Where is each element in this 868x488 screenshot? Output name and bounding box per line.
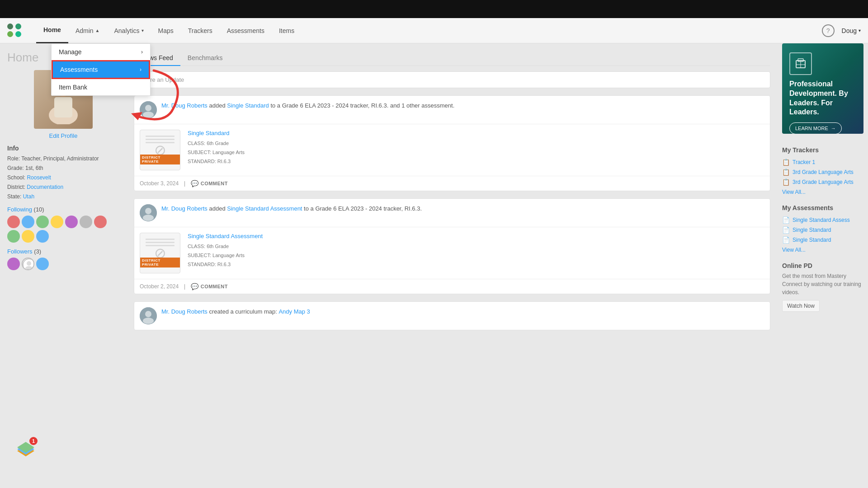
following-avatar-6[interactable] [80, 216, 92, 228]
watch-now-button[interactable]: Watch Now [782, 300, 820, 312]
feed-item-3-header: Mr. Doug Roberts created a curriculum ma… [140, 307, 764, 324]
card-class-2: CLASS: 6th Grade [188, 242, 764, 251]
following-link[interactable]: Following [7, 206, 32, 213]
district-link[interactable]: Documentation [27, 184, 63, 190]
role-row: Role: Teacher, Principal, Administrator [7, 155, 119, 163]
feed-item-2-assess-link[interactable]: Single Standard Assessment [227, 205, 302, 212]
assessment-meta-2: CLASS: 6th Grade SUBJECT: Language Arts … [188, 242, 764, 269]
user-name-label: Doug [842, 27, 857, 34]
doc-lines-2 [146, 239, 175, 248]
svg-point-12 [143, 215, 154, 221]
grade-value: 1st, 6th [25, 165, 43, 171]
school-row: School: Roosevelt [7, 174, 119, 182]
followers-link[interactable]: Followers [7, 248, 33, 255]
edit-profile-link[interactable]: Edit Profile [7, 132, 119, 139]
admin-caret-icon: ▲ [95, 28, 100, 33]
manage-label: Manage [59, 48, 82, 56]
logo-dot-1 [7, 23, 13, 29]
assessment-label-3: Single Standard [793, 237, 831, 243]
follower-avatar-3[interactable] [36, 258, 49, 270]
doc-line [146, 139, 175, 140]
doc-line [146, 239, 175, 240]
feed-item-1-assess-link[interactable]: Single Standard [227, 102, 269, 109]
following-avatar-9[interactable] [22, 230, 34, 243]
doc-line [146, 245, 175, 246]
nav-analytics[interactable]: Analytics ▾ [107, 18, 151, 43]
dropdown-manage[interactable]: Manage › [52, 44, 150, 60]
notification-stack-icon[interactable]: 1 [14, 436, 38, 461]
nav-trackers[interactable]: Trackers [181, 18, 220, 43]
tab-benchmarks[interactable]: Benchmarks [180, 51, 230, 66]
following-avatar-10[interactable] [36, 230, 49, 243]
following-avatar-8[interactable] [7, 230, 20, 243]
nav-home[interactable]: Home [36, 18, 68, 43]
card-standard-2: STANDARD: RI.6.3 [188, 260, 764, 269]
comment-btn-2[interactable]: 💬 COMMENT [191, 283, 228, 290]
item-bank-label: Item Bank [59, 84, 87, 91]
svg-point-9 [143, 112, 154, 118]
svg-rect-3 [54, 97, 72, 117]
card-title-1[interactable]: Single Standard [188, 130, 764, 136]
feed-avatar-1 [140, 101, 157, 118]
feed-item-1-name[interactable]: Mr. Doug Roberts [161, 102, 208, 109]
tracker-label-3: 3rd Grade Language Arts [793, 179, 854, 185]
view-all-assessments-link[interactable]: View All... [782, 247, 863, 253]
card-standard-1: STANDARD: RI.6.3 [188, 157, 764, 166]
nav-assessments[interactable]: Assessments [220, 18, 272, 43]
dropdown-assessments[interactable]: Assessments › [52, 60, 150, 79]
following-avatar-3[interactable] [36, 216, 49, 228]
assessment-item-3[interactable]: 📄 Single Standard [782, 235, 863, 245]
help-button[interactable]: ? [822, 24, 835, 37]
main-content: Home Edit Profile Info Role: Teacher, Pr… [0, 43, 868, 488]
profile-panel: Home Edit Profile Info Role: Teacher, Pr… [0, 43, 127, 488]
follower-avatar-1[interactable] [7, 258, 20, 270]
admin-dropdown: Manage › Assessments › Item Bank [51, 43, 151, 96]
nav-analytics-label: Analytics [114, 27, 140, 34]
logo[interactable] [7, 23, 25, 38]
district-label: District: [7, 184, 25, 190]
state-row: State: Utah [7, 192, 119, 201]
following-avatar-5[interactable] [65, 216, 78, 228]
school-label: School: [7, 174, 25, 181]
card-title-2[interactable]: Single Standard Assessment [188, 233, 764, 239]
following-avatar-7[interactable] [94, 216, 107, 228]
followers-label: Followers (3) [7, 248, 119, 255]
assessment-item-1[interactable]: 📄 Single Standard Assess [782, 215, 863, 225]
leadership-icon [794, 57, 807, 70]
feed-item-3-name[interactable]: Mr. Doug Roberts [161, 308, 208, 315]
feed-item-1: Mr. Doug Roberts added Single Standard t… [134, 95, 770, 191]
role-label: Role: [7, 155, 20, 162]
dropdown-item-bank[interactable]: Item Bank [52, 79, 150, 95]
view-all-trackers-link[interactable]: View All... [782, 189, 863, 195]
comment-label-1: COMMENT [201, 181, 228, 186]
assessment-meta-1: CLASS: 6th Grade SUBJECT: Language Arts … [188, 139, 764, 166]
share-update-input[interactable]: Share an Update [134, 71, 770, 88]
tracker-item-2[interactable]: 📋 3rd Grade Language Arts [782, 167, 863, 177]
tracker-item-1[interactable]: 📋 Tracker 1 [782, 157, 863, 167]
nav-items[interactable]: Items [272, 18, 302, 43]
following-avatar-1[interactable] [7, 216, 20, 228]
user-menu[interactable]: Doug ▾ [842, 27, 861, 34]
card-subject-1: SUBJECT: Language Arts [188, 148, 764, 157]
svg-point-8 [145, 105, 151, 111]
learn-more-button[interactable]: LEARN MORE → [789, 122, 842, 134]
nav-maps[interactable]: Maps [151, 18, 181, 43]
feed-item-3-assess-link[interactable]: Andy Map 3 [278, 308, 310, 315]
following-avatar-2[interactable] [22, 216, 34, 228]
tracker-icon-3: 📋 [782, 178, 790, 186]
svg-point-15 [143, 318, 154, 324]
online-pd-section: Online PD Get the most from Mastery Conn… [778, 257, 868, 315]
comment-btn-1[interactable]: 💬 COMMENT [191, 180, 228, 187]
followers-section: Followers (3) [7, 248, 119, 270]
tracker-item-3[interactable]: 📋 3rd Grade Language Arts [782, 177, 863, 187]
state-link[interactable]: Utah [23, 193, 34, 200]
following-avatars [7, 216, 119, 243]
nav-admin[interactable]: Admin ▲ [68, 18, 107, 43]
school-link[interactable]: Roosevelt [27, 174, 51, 181]
assessment-item-2[interactable]: 📄 Single Standard [782, 225, 863, 235]
follower-avatar-2[interactable] [22, 258, 34, 270]
feed-item-2-name[interactable]: Mr. Doug Roberts [161, 205, 208, 212]
following-avatar-4[interactable] [51, 216, 63, 228]
followers-count: (3) [34, 248, 41, 255]
assessment-thumb-1: DISTRICT PRIVATE ⊘ [140, 130, 180, 170]
